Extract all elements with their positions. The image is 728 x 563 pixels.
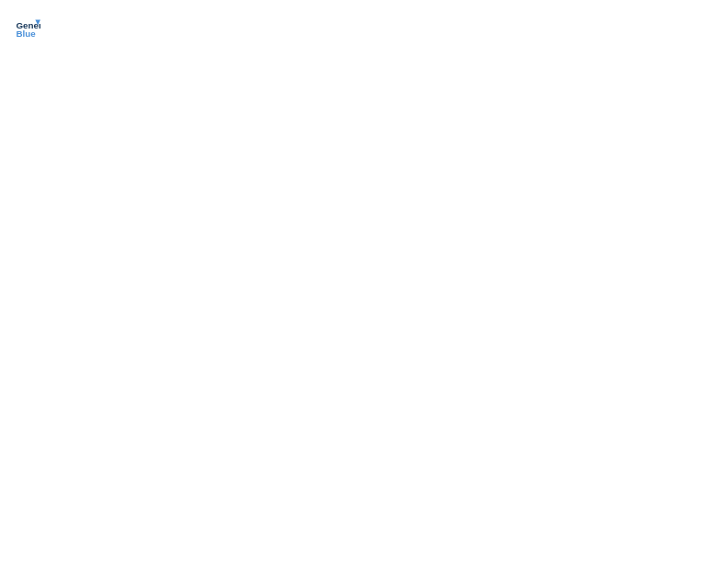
logo-icon: General Blue (15, 15, 40, 40)
logo: General Blue (15, 15, 44, 40)
page-header: General Blue (15, 15, 713, 40)
svg-text:Blue: Blue (16, 29, 36, 39)
